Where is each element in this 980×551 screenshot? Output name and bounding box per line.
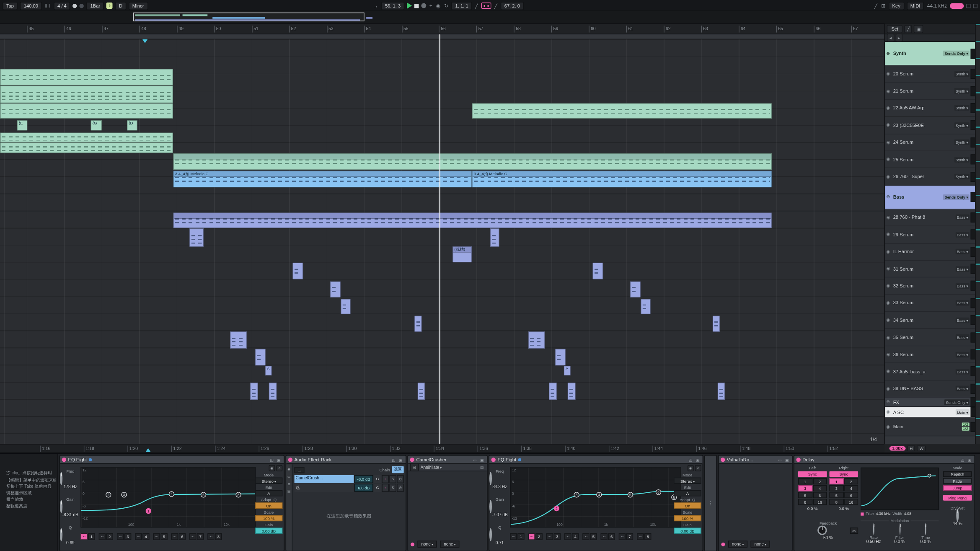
clip[interactable] (414, 316, 422, 332)
device-folded[interactable]: ⋮ (704, 455, 717, 551)
play-button[interactable] (407, 3, 412, 9)
chain-activator-icon[interactable]: ◦ (382, 484, 388, 492)
cue-badge[interactable]: 1/2 (962, 422, 969, 426)
delay-division-3[interactable]: 3 (798, 485, 812, 492)
track-fold-icon[interactable]: ◉ (886, 232, 892, 237)
bar-number[interactable]: 56 (439, 26, 446, 32)
band-number[interactable]: 8 (644, 533, 651, 540)
eq-band-button[interactable]: ∼6 (171, 533, 186, 540)
device-fold-icon[interactable]: ◰ ▣ (392, 457, 403, 461)
chain-name[interactable]: 迷 (295, 484, 354, 492)
gain-value[interactable]: -8.31 dB (60, 512, 80, 517)
device-fold-icon[interactable]: ◰ ▣ (961, 457, 972, 461)
clip[interactable] (341, 299, 351, 314)
device-fold-icon[interactable]: ◰ ▣ (270, 457, 282, 461)
eq-band-button[interactable]: ∼3 (117, 533, 131, 540)
bar-number[interactable]: 50 (214, 26, 221, 32)
track-row[interactable]: ◉23 (33C55E0E-Synth ▾ (885, 117, 980, 134)
delay-division-8[interactable]: 8 (829, 499, 843, 505)
device-title-bar[interactable]: EQ Eight ◰ ▣ (60, 455, 284, 463)
track-name[interactable]: 25 Serum (893, 157, 953, 162)
track-output-select[interactable]: Bass ▾ (956, 369, 970, 374)
clip[interactable] (490, 228, 499, 247)
device-fold-icon[interactable]: ◰ ▣ (689, 457, 701, 461)
track-fold-icon[interactable]: ◉ (886, 300, 892, 305)
track-row[interactable]: ◉26 760 - SuperSynth ▾ (885, 168, 980, 186)
param1-select[interactable]: none (417, 541, 437, 547)
track-fold-icon[interactable]: ◉ (886, 123, 892, 128)
time-value[interactable]: 0.0 % (913, 539, 939, 543)
bar-number[interactable]: 59 (551, 26, 558, 32)
bar-number[interactable]: 47 (102, 26, 109, 32)
track-row[interactable]: ◉37 Au5_bass_aBass ▾ (885, 363, 980, 380)
scrub-area[interactable] (0, 34, 884, 39)
loop-marker-icon[interactable] (146, 448, 151, 452)
delay-division-1[interactable]: 1 (798, 478, 812, 484)
clip[interactable] (0, 69, 173, 85)
clip[interactable]: 3 4_4拍 Melodic C (173, 171, 472, 187)
group-fold-icon[interactable]: ⊖ (886, 194, 892, 199)
punch-out-icon[interactable]: ╱ (494, 3, 498, 8)
track-name[interactable]: 23 (33C55E0E- (893, 122, 953, 128)
key-map-button[interactable]: Key (889, 2, 904, 10)
track-fold-icon[interactable]: ◉ (886, 409, 892, 414)
clip[interactable] (173, 212, 772, 228)
eq-display[interactable]: 231458 1260-6-121001k10k (80, 467, 256, 528)
track-row[interactable]: ◉38 DNF BASSBass ▾ (885, 380, 980, 398)
clip[interactable]: 3 4_4拍 Melodic C (472, 171, 772, 187)
clip[interactable] (230, 331, 247, 349)
clip[interactable] (567, 383, 575, 400)
bar-number[interactable]: 65 (776, 26, 783, 32)
height-zoom-button[interactable]: H (907, 445, 915, 451)
loop-length-display[interactable]: 67. 2. 0 (501, 2, 524, 10)
freeze-button[interactable]: ∞ (850, 527, 858, 533)
next-locator-button[interactable]: ▸ (895, 34, 902, 42)
track-fold-icon[interactable]: ◉ (886, 266, 892, 272)
clip[interactable] (641, 299, 651, 314)
track-row[interactable]: ◉IL HarmorBass ▾ (885, 243, 980, 261)
delay-division-6[interactable]: 6 (844, 492, 858, 498)
eq-band-button[interactable]: ∼7 (619, 533, 633, 540)
mode-select[interactable]: Stereo (674, 478, 701, 484)
bar-number[interactable]: 46 (65, 26, 71, 32)
filter-freq-value[interactable]: 4.36 kHz (876, 512, 890, 516)
listen-icon[interactable] (89, 458, 92, 461)
delay-division-4[interactable]: 4 (844, 485, 858, 492)
group-fold-icon[interactable]: ⊖ (886, 399, 892, 404)
track-fold-icon[interactable]: ◉ (886, 88, 892, 93)
eq-display[interactable]: 234568 1260-6-121001k10k (510, 467, 681, 528)
track-output-select[interactable]: Bass ▾ (956, 300, 970, 306)
edit-ab-button[interactable]: A (255, 490, 283, 496)
track-output-select[interactable]: Synth ▾ (954, 71, 970, 77)
loop-switch[interactable] (481, 3, 491, 9)
delay-mode-repitch[interactable]: Repitch (943, 471, 972, 477)
bar-number[interactable]: 62 (664, 26, 670, 32)
track-fold-icon[interactable]: ◉ (886, 157, 892, 162)
track-output-select[interactable]: Bass ▾ (956, 232, 970, 237)
track-fold-icon[interactable]: ◉ (886, 352, 892, 357)
time-signature[interactable]: 4 / 4 (54, 2, 70, 10)
bar-number[interactable]: 53 (327, 26, 334, 32)
draw-icon[interactable]: ╱ (905, 25, 912, 33)
band-number[interactable]: 5 (160, 533, 167, 540)
adaptive-q-toggle[interactable]: On (674, 502, 701, 509)
bar-number[interactable]: 60 (589, 26, 596, 32)
output-gain-value[interactable]: 0.00 dB (255, 528, 283, 534)
track-name[interactable]: 35 Serum (893, 334, 954, 340)
delay-mode-jump[interactable]: Jump (943, 485, 972, 491)
device-delay[interactable]: Delay ◰ ▣ Left Sync 123456816 0.0 % Righ… (794, 455, 975, 551)
bar-number[interactable]: 45 (27, 26, 34, 32)
band-number[interactable]: 6 (608, 533, 615, 540)
freq-value[interactable]: 84.3 Hz (489, 484, 510, 489)
eq-band-button[interactable]: ∼5 (153, 533, 167, 540)
chain-activator-icon[interactable]: ◦ (382, 475, 388, 483)
track-output-select[interactable]: Synth ▾ (954, 88, 970, 93)
feedback-knob[interactable] (817, 526, 827, 535)
clip[interactable]: {G (91, 120, 102, 130)
bar-number[interactable]: 58 (514, 26, 521, 32)
track-output-select[interactable]: Sends Only ▾ (944, 399, 969, 404)
track-name[interactable]: 24 Serum (893, 140, 953, 145)
track-row[interactable]: ◉20 SerumSynth ▾ (885, 66, 980, 83)
track-fold-icon[interactable]: ◉ (886, 369, 892, 374)
ping-pong-toggle[interactable]: Ping Pong (943, 495, 972, 500)
